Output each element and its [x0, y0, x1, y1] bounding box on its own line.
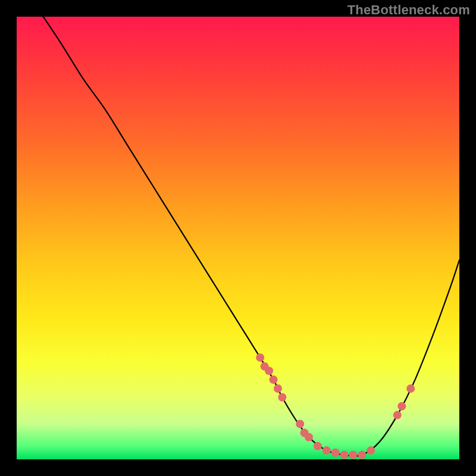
chart-frame: [17, 17, 459, 459]
highlighted-point: [322, 446, 331, 455]
highlighted-point: [270, 375, 278, 384]
highlighted-point: [340, 451, 349, 459]
highlighted-point: [278, 393, 286, 402]
highlighted-point: [305, 433, 313, 441]
highlighted-points-group: [256, 353, 415, 459]
bottleneck-curve: [43, 17, 459, 456]
highlighted-point: [349, 451, 357, 459]
highlighted-point: [393, 411, 402, 419]
highlighted-point: [331, 449, 340, 457]
watermark-text: TheBottleneck.com: [347, 2, 470, 18]
highlighted-point: [296, 420, 304, 428]
bottleneck-plot: [17, 17, 459, 459]
highlighted-point: [256, 353, 264, 362]
highlighted-point: [265, 367, 273, 375]
highlighted-point: [274, 384, 282, 393]
highlighted-point: [314, 442, 322, 450]
highlighted-point: [397, 402, 406, 411]
highlighted-point: [358, 451, 366, 459]
highlighted-point: [406, 384, 415, 393]
highlighted-point: [367, 446, 375, 455]
